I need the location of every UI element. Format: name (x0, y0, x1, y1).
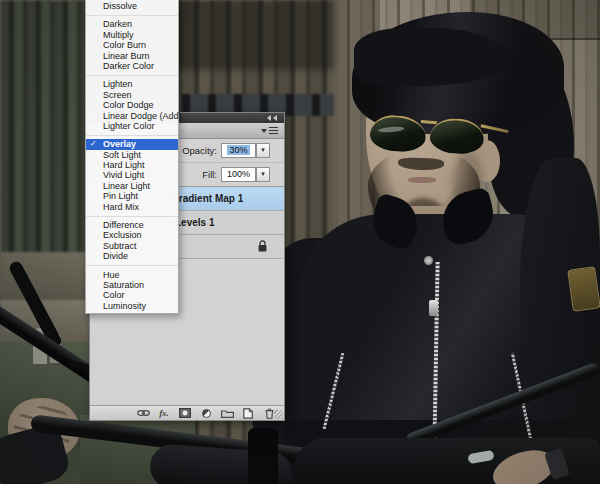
panel-resize-gripper[interactable] (274, 410, 283, 419)
menu-item-color-dodge[interactable]: Color Dodge (86, 100, 178, 110)
menu-separator (86, 15, 178, 16)
menu-item-pin-light[interactable]: Pin Light (86, 191, 178, 201)
menu-item-linear-light[interactable]: Linear Light (86, 181, 178, 191)
menu-separator (86, 135, 178, 136)
fill-field[interactable]: 100% (221, 167, 256, 182)
menu-item-color-burn[interactable]: Color Burn (86, 40, 178, 50)
menu-item-hue[interactable]: Hue (86, 270, 178, 280)
menu-item-darken[interactable]: Darken (86, 19, 178, 29)
menu-item-exclusion[interactable]: Exclusion (86, 230, 178, 240)
menu-item-hard-light[interactable]: Hard Light (86, 160, 178, 170)
menu-item-subtract[interactable]: Subtract (86, 241, 178, 251)
zipper-slider (429, 300, 438, 316)
menu-item-luminosity[interactable]: Luminosity (86, 301, 178, 311)
collar-snap-button (424, 256, 433, 265)
collapse-panel-icon[interactable] (267, 115, 279, 121)
menu-item-difference[interactable]: Difference (86, 220, 178, 230)
menu-item-soft-light[interactable]: Soft Light (86, 150, 178, 160)
menu-item-screen[interactable]: Screen (86, 90, 178, 100)
sunglasses-right-lens (429, 117, 485, 156)
menu-item-darker-color[interactable]: Darker Color (86, 61, 178, 71)
panel-bottom-bar: fx. (90, 405, 284, 420)
menu-item-color[interactable]: Color (86, 290, 178, 300)
man-hair-fringe (354, 28, 506, 86)
new-adjustment-layer-icon[interactable] (199, 408, 213, 419)
layer-name[interactable]: Levels 1 (175, 217, 214, 228)
layer-style-fx-icon[interactable]: fx. (157, 408, 171, 419)
checkmark-icon: ✓ (90, 139, 97, 150)
menu-item-vivid-light[interactable]: Vivid Light (86, 170, 178, 180)
menu-item-divide[interactable]: Divide (86, 251, 178, 261)
new-group-icon[interactable] (220, 408, 234, 419)
man-lip (408, 177, 436, 183)
lock-icon (257, 240, 268, 253)
panel-menu-icon[interactable] (261, 127, 278, 135)
opacity-value[interactable]: 30% (227, 145, 249, 155)
menu-item-linear-burn[interactable]: Linear Burn (86, 51, 178, 61)
blend-mode-menu: Dissolve Darken Multiply Color Burn Line… (85, 0, 179, 314)
fill-value[interactable]: 100% (227, 169, 250, 179)
lens-glint (378, 126, 404, 133)
menu-item-lighter-color[interactable]: Lighter Color (86, 121, 178, 131)
jacket-arm-badge (567, 266, 600, 311)
fill-dropdown-button[interactable]: ▼ (256, 167, 270, 182)
new-layer-icon[interactable] (241, 408, 255, 419)
menu-item-linear-dodge-add[interactable]: Linear Dodge (Add) (86, 111, 178, 121)
sunglasses-bridge (421, 120, 437, 124)
sunglasses-left-lens (369, 114, 427, 154)
menu-separator (86, 265, 178, 266)
menu-separator (86, 75, 178, 76)
opacity-field[interactable]: 30% (221, 143, 256, 158)
layer-name[interactable]: Gradient Map 1 (171, 193, 243, 204)
handlebar-clamp (248, 428, 278, 484)
sunglasses (367, 107, 502, 162)
menu-item-multiply[interactable]: Multiply (86, 30, 178, 40)
add-layer-mask-icon[interactable] (178, 408, 192, 419)
opacity-dropdown-button[interactable]: ▼ (256, 143, 270, 158)
link-layers-icon[interactable] (136, 408, 150, 419)
menu-item-overlay[interactable]: ✓Overlay (86, 139, 178, 149)
menu-item-dissolve[interactable]: Dissolve (86, 1, 178, 11)
menu-item-saturation[interactable]: Saturation (86, 280, 178, 290)
menu-item-lighten[interactable]: Lighten (86, 79, 178, 89)
menu-item-hard-mix[interactable]: Hard Mix (86, 202, 178, 212)
menu-separator (86, 216, 178, 217)
